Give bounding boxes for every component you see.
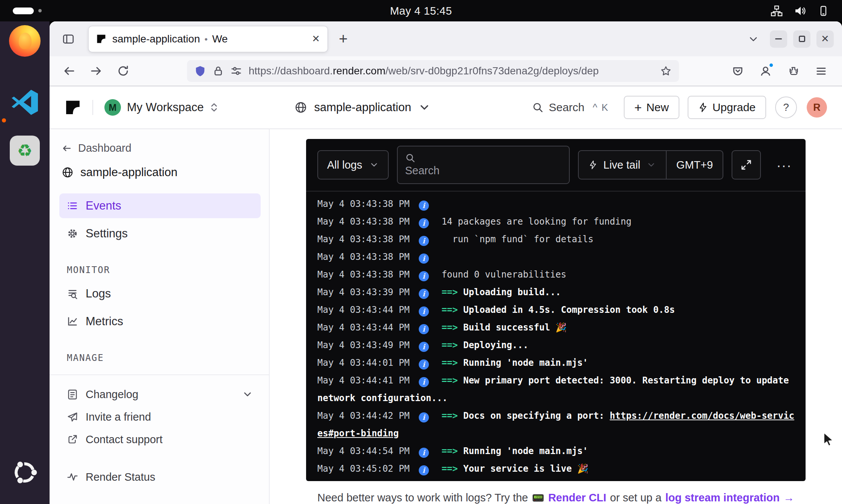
info-icon: i [419,342,429,352]
log-line: May 4 03:43:39 PMi==> Uploading build... [317,284,800,301]
firefox-dock-icon[interactable] [8,24,41,57]
list-all-tabs-button[interactable] [743,29,764,50]
back-button[interactable] [59,60,80,81]
sidebar-item-changelog[interactable]: Changelog [59,383,261,405]
chevron-down-icon [242,389,253,400]
metrics-chart-icon [67,316,78,327]
upgrade-button[interactable]: Upgrade [688,96,766,119]
workspace-dot-indicator [38,9,42,12]
log-line: May 4 03:43:44 PMi==> Build successful 🎉 [317,319,800,337]
render-logo[interactable] [65,99,81,116]
log-filter-dropdown[interactable]: All logs [317,150,389,180]
sidebar-item-metrics[interactable]: Metrics [59,309,261,334]
forward-button[interactable] [86,60,107,81]
vscode-logo [11,88,39,116]
divider [92,100,93,115]
maximize-button[interactable] [793,30,810,48]
tab-title-separator: • [204,34,207,45]
browser-tab[interactable]: sample-application • We ✕ [89,26,327,52]
vscode-dock-icon[interactable] [8,85,41,118]
extensions-button[interactable] [783,60,804,81]
sidebar-back-dashboard[interactable]: Dashboard [59,142,261,154]
dock: ♻ [0,21,50,504]
workspace-avatar[interactable]: M [104,99,121,116]
log-message: ==> [442,410,458,421]
ubuntu-dock-icon[interactable] [8,456,41,489]
system-clock[interactable]: May 4 15:45 [390,5,452,17]
log-timestamp: May 4 03:43:44 PM [317,305,410,315]
render-cli-link[interactable]: Render CLI [548,492,607,504]
workspace-switcher-icon[interactable] [209,102,219,113]
bookmark-star-icon[interactable] [660,65,671,77]
workspace-name[interactable]: My Workspace [127,101,204,114]
log-stream-integration-link[interactable]: log stream integration [665,492,780,504]
menu-button[interactable] [810,60,831,81]
firefox-window: sample-application • We ✕ + ✕ [50,21,842,504]
software-updater-dock-icon[interactable]: ♻ [8,134,41,167]
system-tray[interactable] [771,5,829,17]
log-timestamp: May 4 03:43:38 PM [317,199,410,209]
logs-footer-note: Need better ways to work with logs? Try … [317,492,794,504]
reload-icon [117,65,129,77]
paper-plane-icon [67,411,78,423]
sidebar-service-name[interactable]: sample-application [59,166,261,179]
info-icon: i [419,377,429,387]
new-button[interactable]: + New [624,96,679,119]
hamburger-icon [815,65,827,77]
sidebar-item-settings[interactable]: Settings [59,221,261,246]
footer-text: or set up a [610,492,661,504]
battery-icon [817,5,829,17]
sidebar-item-contact-support[interactable]: Contact support [59,429,261,450]
divider [50,374,269,375]
url-bar[interactable]: https://dashboard.render.com/web/srv-d0b… [187,60,679,82]
lightning-icon [588,160,598,169]
pocket-button[interactable] [727,60,748,81]
account-button[interactable] [755,60,776,81]
tracking-protection-shield-icon[interactable] [195,65,206,77]
log-timestamp: May 4 03:43:44 PM [317,322,410,333]
pocket-icon [732,65,744,77]
chevron-down-icon [748,34,759,44]
permissions-icon[interactable] [231,65,242,77]
log-lines[interactable]: May 4 03:43:38 PMiMay 4 03:43:38 PMi14 p… [306,192,806,481]
log-timestamp: May 4 03:45:02 PM [317,463,410,474]
info-icon: i [419,201,429,211]
help-button[interactable]: ? [775,97,797,118]
account-notification-dot [769,63,774,68]
ubuntu-logo [10,458,39,487]
tab-close-button[interactable]: ✕ [312,33,320,45]
sidebar-item-render-status[interactable]: Render Status [59,466,261,488]
lock-icon[interactable] [213,65,224,77]
log-timestamp: May 4 03:44:41 PM [317,375,410,386]
close-button[interactable]: ✕ [816,30,834,48]
log-message: ==> [442,446,458,456]
arrow-left-icon [62,143,72,154]
back-icon [63,65,75,77]
lightning-icon [698,103,708,112]
user-avatar[interactable]: R [807,97,827,118]
sidebar-item-invite[interactable]: Invite a friend [59,406,261,428]
expand-logs-button[interactable] [732,150,761,180]
live-tail-dropdown[interactable]: Live tail [579,151,666,179]
sidebar-item-logs[interactable]: Logs [59,281,261,306]
reload-button[interactable] [113,60,134,81]
firefox-view-button[interactable] [58,29,79,50]
changelog-icon [67,389,78,400]
global-search[interactable]: Search ^ K [532,101,609,114]
log-message: ==> [442,305,458,315]
minimize-button[interactable] [770,30,787,48]
service-selector[interactable]: sample-application [294,101,430,114]
tab-bar: sample-application • We ✕ + ✕ [50,21,842,56]
log-line: May 4 03:43:38 PMi [317,248,800,266]
status-pulse-icon [67,471,78,483]
toolbar-right-icons [727,60,833,81]
chevron-down-icon [646,160,656,170]
timezone-button[interactable]: GMT+9 [666,151,723,179]
log-more-options-button[interactable]: ... [777,154,794,176]
chevron-down-icon [418,101,431,114]
log-search-input[interactable]: Search [397,146,570,184]
url-text[interactable]: https://dashboard.render.com/web/srv-d0b… [249,65,653,77]
sidebar-item-events[interactable]: Events [59,193,261,218]
new-tab-button[interactable]: + [333,29,354,50]
window-controls: ✕ [743,29,834,50]
